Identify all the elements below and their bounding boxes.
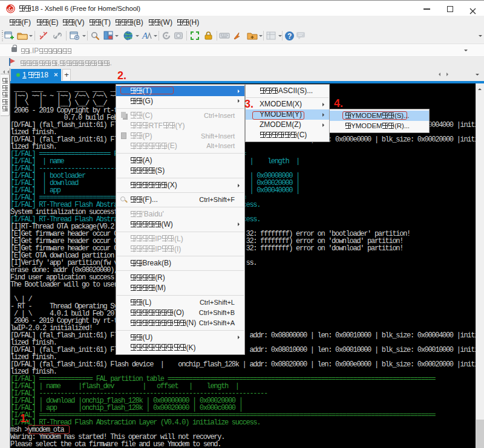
svg-text:A: A xyxy=(142,31,148,41)
svg-text:?: ? xyxy=(287,32,292,41)
